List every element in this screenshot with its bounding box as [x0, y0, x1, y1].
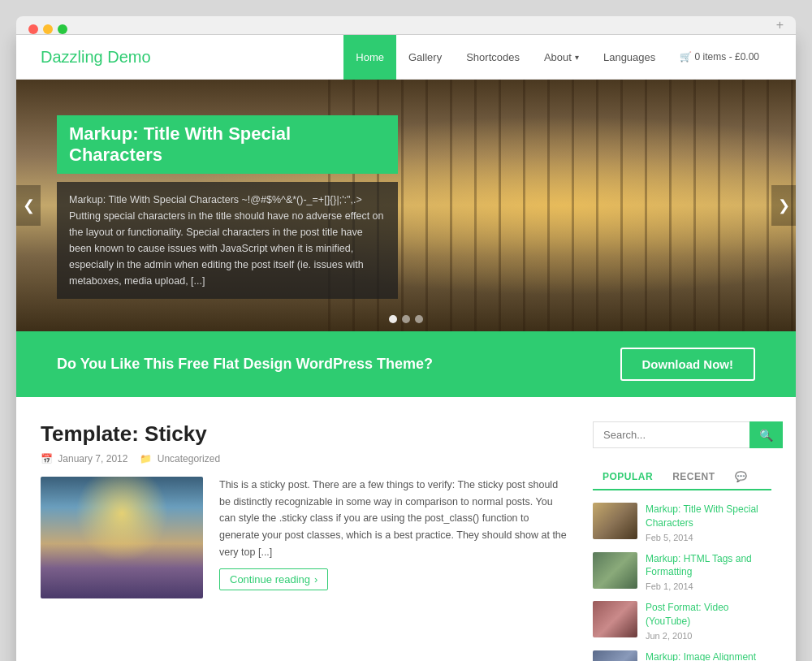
- nav-languages[interactable]: Languages: [591, 35, 667, 80]
- sidebar-post-info-4: Markup: Image Alignment Jan 10, 2013: [646, 650, 756, 661]
- hero-title-box: Markup: Title With Special Characters: [57, 115, 398, 174]
- sidebar-post-date-2: Feb 1, 2014: [646, 581, 771, 591]
- browser-chrome: +: [16, 16, 796, 35]
- sidebar-posts: Markup: Title With Special Characters Fe…: [593, 503, 771, 661]
- search-button[interactable]: 🔍: [749, 421, 783, 448]
- post-body: This is a sticky post. There are a few t…: [41, 477, 568, 598]
- nav-home[interactable]: Home: [343, 35, 396, 80]
- sidebar-post-info-3: Post Format: Video (YouTube) Jun 2, 2010: [646, 601, 771, 641]
- about-caret: ▾: [575, 53, 579, 62]
- sidebar-post-title-2[interactable]: Markup: HTML Tags and Formatting: [646, 552, 771, 580]
- list-item: Markup: Title With Special Characters Fe…: [593, 503, 771, 542]
- cta-banner: Do You Like This Free Flat Design WordPr…: [16, 331, 796, 397]
- site-logo[interactable]: Dazzling Demo: [41, 48, 343, 67]
- hero-content: Markup: Title With Special Characters Ma…: [57, 115, 398, 299]
- dot-3[interactable]: [415, 315, 423, 323]
- main-content: Template: Sticky 📅 January 7, 2012 📁 Unc…: [16, 397, 796, 661]
- minimize-button[interactable]: [43, 24, 53, 34]
- nav-about[interactable]: About ▾: [532, 35, 591, 80]
- post-date: 📅 January 7, 2012: [41, 453, 127, 464]
- slider-dots: [389, 315, 423, 323]
- continue-reading-link[interactable]: Continue reading ›: [219, 568, 328, 590]
- sidebar-post-title-1[interactable]: Markup: Title With Special Characters: [646, 503, 771, 530]
- folder-icon: 📁: [140, 453, 152, 464]
- tab-comments[interactable]: 💬: [725, 464, 758, 489]
- hero-title: Markup: Title With Special Characters: [69, 123, 386, 166]
- post-thumbnail: [41, 477, 203, 598]
- post-title: Template: Sticky: [41, 421, 568, 447]
- thumbnail-image: [41, 477, 203, 598]
- close-button[interactable]: [28, 24, 38, 34]
- tree-overlay: [328, 80, 796, 331]
- post-excerpt-area: This is a sticky post. There are a few t…: [219, 477, 568, 598]
- main-nav: Home Gallery Shortcodes About ▾ Language…: [343, 35, 771, 80]
- sidebar-tabs: POPULAR RECENT 💬: [593, 464, 771, 490]
- cta-text: Do You Like This Free Flat Design WordPr…: [57, 356, 433, 373]
- list-item: Markup: HTML Tags and Formatting Feb 1, …: [593, 552, 771, 592]
- hero-text-box: Markup: Title With Special Characters ~!…: [57, 182, 398, 299]
- blog-section: Template: Sticky 📅 January 7, 2012 📁 Unc…: [41, 421, 568, 661]
- new-tab-button[interactable]: +: [776, 18, 784, 32]
- sidebar-thumb-2: [593, 552, 637, 589]
- hero-slider: ❮ Markup: Title With Special Characters …: [16, 80, 796, 331]
- sidebar: 🔍 POPULAR RECENT 💬 Markup: Title With Sp…: [593, 421, 771, 661]
- sidebar-post-date-1: Feb 5, 2014: [646, 533, 771, 542]
- download-now-button[interactable]: Download Now!: [620, 348, 756, 381]
- sidebar-thumb-4: [593, 650, 637, 661]
- sidebar-thumb-3: [593, 601, 637, 637]
- arrow-right-icon: ›: [314, 573, 317, 585]
- post-meta: 📅 January 7, 2012 📁 Uncategorized: [41, 453, 568, 464]
- sidebar-thumb-1: [593, 503, 637, 539]
- slider-prev-button[interactable]: ❮: [16, 185, 41, 226]
- sidebar-post-info-1: Markup: Title With Special Characters Fe…: [646, 503, 771, 542]
- browser-body: Dazzling Demo Home Gallery Shortcodes Ab…: [16, 35, 796, 661]
- tab-popular[interactable]: POPULAR: [593, 464, 663, 489]
- search-input[interactable]: [593, 421, 749, 448]
- tab-recent[interactable]: RECENT: [663, 464, 724, 489]
- sidebar-post-title-4[interactable]: Markup: Image Alignment: [646, 650, 756, 661]
- hero-excerpt: Markup: Title With Special Characters ~!…: [69, 192, 386, 289]
- maximize-button[interactable]: [58, 24, 67, 34]
- calendar-icon: 📅: [41, 453, 53, 464]
- nav-shortcodes[interactable]: Shortcodes: [454, 35, 532, 80]
- sidebar-post-title-3[interactable]: Post Format: Video (YouTube): [646, 601, 771, 629]
- nav-gallery[interactable]: Gallery: [396, 35, 454, 80]
- nav-cart[interactable]: 🛒 0 items - £0.00: [667, 35, 771, 80]
- sidebar-post-date-3: Jun 2, 2010: [646, 631, 771, 641]
- dot-2[interactable]: [402, 315, 410, 323]
- slider-next-button[interactable]: ❯: [771, 185, 796, 226]
- list-item: Post Format: Video (YouTube) Jun 2, 2010: [593, 601, 771, 641]
- post-category: 📁 Uncategorized: [140, 453, 220, 464]
- dot-1[interactable]: [389, 315, 397, 323]
- sidebar-post-info-2: Markup: HTML Tags and Formatting Feb 1, …: [646, 552, 771, 592]
- list-item: Markup: Image Alignment Jan 10, 2013: [593, 650, 771, 661]
- search-box: 🔍: [593, 421, 771, 448]
- post-excerpt: This is a sticky post. There are a few t…: [219, 477, 568, 560]
- site-header: Dazzling Demo Home Gallery Shortcodes Ab…: [16, 35, 796, 80]
